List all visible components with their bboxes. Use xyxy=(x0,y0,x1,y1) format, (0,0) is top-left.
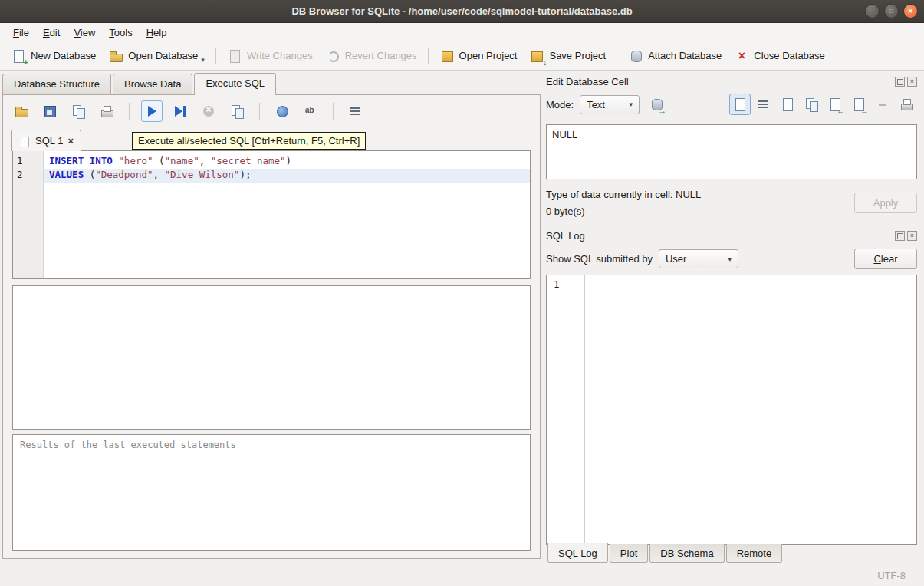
menu-edit[interactable]: Edit xyxy=(36,25,67,41)
toolbar-separator xyxy=(129,103,130,120)
plus-badge-icon: + xyxy=(24,58,28,67)
sql-log-box[interactable]: 1 xyxy=(546,275,917,545)
float-panel-button[interactable] xyxy=(895,77,905,87)
maximize-button[interactable]: □ xyxy=(884,4,899,18)
save-project-label: Save Project xyxy=(549,50,606,61)
clear-log-button[interactable]: Clear xyxy=(854,249,917,269)
save-project-icon: ↓ xyxy=(529,48,544,64)
print-icon xyxy=(899,97,914,112)
sql-log-title: SQL Log xyxy=(546,230,893,242)
encoding-indicator: UTF-8 xyxy=(877,570,906,581)
attach-database-label: Attach Database xyxy=(648,50,722,61)
float-panel-button[interactable] xyxy=(895,231,905,241)
close-icon: × xyxy=(908,7,912,15)
mode-combobox[interactable]: Text ▾ xyxy=(580,95,640,114)
open-database-icon xyxy=(108,48,123,64)
open-database-button[interactable]: Open Database ▾ xyxy=(102,44,211,67)
tab-plot[interactable]: Plot xyxy=(610,544,648,563)
cell-mode-row: Mode: Text ▾ → ← → xyxy=(546,91,917,118)
write-changes-button[interactable]: Write Changes xyxy=(221,44,319,67)
tab-execute-sql[interactable]: Execute SQL xyxy=(194,73,276,95)
new-doc-icon xyxy=(780,97,795,112)
sql-token: ( xyxy=(153,155,164,166)
import-cell-button[interactable]: → xyxy=(646,94,667,115)
format-sql-button[interactable] xyxy=(345,100,367,122)
cell-content-area[interactable] xyxy=(594,125,916,179)
menu-help[interactable]: Help xyxy=(140,25,174,41)
save-sql-as-button[interactable] xyxy=(67,100,89,122)
line-number: 2 xyxy=(13,169,43,183)
tab-remote[interactable]: Remote xyxy=(726,544,783,563)
tab-sql-log[interactable]: SQL Log xyxy=(547,543,608,563)
close-tab-icon[interactable]: × xyxy=(67,135,74,146)
window-title: DB Browser for SQLite - /home/user/code/… xyxy=(0,5,924,17)
close-window-button[interactable]: × xyxy=(903,4,918,18)
sql-tab[interactable]: SQL 1 × xyxy=(11,130,81,151)
set-null-button[interactable] xyxy=(872,94,893,115)
revert-changes-button[interactable]: Revert Changes xyxy=(319,44,423,67)
sql-token: "hero" xyxy=(118,155,153,166)
save-sql-file-icon xyxy=(42,104,58,119)
results-message-area[interactable]: Results of the last executed statements xyxy=(12,434,531,551)
execute-all-button[interactable] xyxy=(141,100,163,122)
close-panel-button[interactable]: × xyxy=(907,77,917,87)
save-project-button[interactable]: ↓ Save Project xyxy=(523,44,612,67)
new-database-button[interactable]: + New Database xyxy=(5,44,102,67)
menu-tools[interactable]: Tools xyxy=(102,25,139,41)
tab-db-schema[interactable]: DB Schema xyxy=(649,544,724,563)
tab-database-structure[interactable]: Database Structure xyxy=(2,74,111,94)
word-wrap-button[interactable] xyxy=(753,94,774,115)
apply-button[interactable]: Apply xyxy=(854,193,917,213)
export-data-button[interactable]: → xyxy=(848,94,870,115)
sql-token: , xyxy=(153,169,164,180)
import-data-button[interactable]: ← xyxy=(824,94,846,115)
execute-tooltip: Execute all/selected SQL [Ctrl+Return, F… xyxy=(132,132,366,150)
globe-icon xyxy=(275,104,290,119)
attach-database-button[interactable]: Attach Database xyxy=(622,44,728,67)
close-database-icon: × xyxy=(734,48,749,64)
log-filter-row: Show SQL submitted by User ▾ Clear xyxy=(546,249,917,269)
log-content-area[interactable] xyxy=(585,275,916,544)
print-sql-button[interactable] xyxy=(96,100,117,122)
open-project-button[interactable]: Open Project xyxy=(433,44,524,67)
sql-toolbar: × ab xyxy=(3,95,540,127)
open-database-dropdown-icon[interactable]: ▾ xyxy=(201,56,205,64)
sql-token: "Deadpond" xyxy=(95,169,153,180)
main-toolbar: + New Database Open Database ▾ Write Cha… xyxy=(0,41,924,71)
log-filter-combobox[interactable]: User ▾ xyxy=(659,249,738,268)
close-database-button[interactable]: × Close Database xyxy=(728,44,831,67)
revert-changes-icon xyxy=(325,48,340,64)
sql-token: "Dive Wilson" xyxy=(165,169,240,180)
open-project-icon xyxy=(439,48,455,64)
window-controls: – □ × xyxy=(865,4,918,18)
print-cell-button[interactable] xyxy=(896,94,917,115)
line-number-gutter: 1 2 xyxy=(13,151,44,278)
text-mode-button[interactable] xyxy=(729,94,751,115)
write-changes-icon xyxy=(227,48,242,64)
minimize-icon: – xyxy=(870,7,874,15)
results-grid[interactable] xyxy=(12,285,531,430)
close-panel-button[interactable]: × xyxy=(907,231,917,241)
cell-editor-box[interactable]: NULL xyxy=(546,124,917,179)
menu-file[interactable]: File xyxy=(6,25,36,41)
close-database-label: Close Database xyxy=(754,50,825,61)
open-sql-file-button[interactable] xyxy=(11,100,32,122)
sql-token: "secret_name" xyxy=(211,155,286,166)
cell-info-row: Type of data currently in cell: NULL 0 b… xyxy=(546,189,917,217)
sql-token: ); xyxy=(239,169,251,180)
new-doc-button[interactable] xyxy=(777,94,798,115)
execute-line-button[interactable] xyxy=(169,100,191,122)
find-replace-button[interactable]: ab xyxy=(300,100,321,122)
bottom-tab-bar: SQL Log Plot DB Schema Remote xyxy=(546,544,917,565)
sql-code-area[interactable]: INSERT INTO "hero" ("name", "secret_name… xyxy=(44,151,530,278)
menu-view[interactable]: View xyxy=(67,25,102,41)
save-sql-file-button[interactable] xyxy=(39,100,61,122)
tab-browse-data[interactable]: Browse Data xyxy=(113,74,192,94)
right-pane: Edit Database Cell × Mode: Text ▾ → ← → xyxy=(546,71,924,565)
stop-execution-button[interactable]: × xyxy=(198,100,219,122)
copy-cell-button[interactable] xyxy=(801,94,822,115)
minimize-button[interactable]: – xyxy=(865,4,880,18)
browse-table-button[interactable] xyxy=(271,100,293,122)
edit-cell-title: Edit Database Cell xyxy=(546,76,893,87)
new-sql-tab-button[interactable] xyxy=(226,100,248,122)
